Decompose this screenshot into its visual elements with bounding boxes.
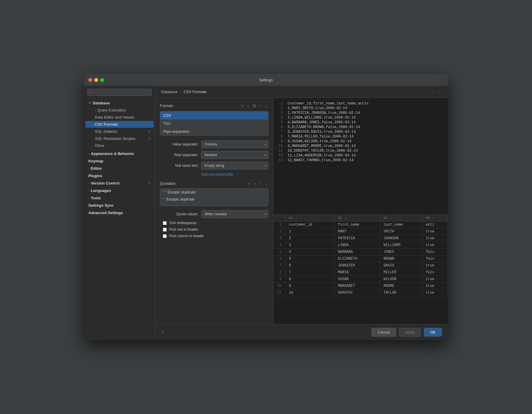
settings-window: Settings ⌕ ▼ Database › Query Execution	[84, 74, 448, 340]
sidebar-item-other[interactable]: Other	[85, 142, 154, 149]
remove-quotation-icon[interactable]: −	[252, 181, 257, 187]
sort-arrows-icon: ⇅	[433, 217, 434, 220]
quotation-item-dq[interactable]: " " Escape: duplicate	[160, 189, 268, 196]
format-item-pipe[interactable]: Pipe-separated	[160, 127, 268, 135]
sidebar-item-version-control[interactable]: › Version Control ⊟	[85, 180, 154, 187]
forward-arrow[interactable]: →	[438, 89, 442, 94]
maximize-button[interactable]	[100, 78, 104, 82]
table-header-c1[interactable]: C1 ⇅	[285, 215, 334, 221]
add-row-prefix-link[interactable]: Add row prefix/suffix	[201, 172, 268, 177]
sidebar-item-keymap[interactable]: Keymap	[85, 158, 154, 164]
apply-button[interactable]: Apply	[399, 328, 421, 337]
sidebar-item-database[interactable]: ▼ Database	[85, 100, 154, 106]
line-content: 7,MARIA,MILLER,false,2006-02-14	[288, 135, 353, 139]
minimize-button[interactable]	[94, 78, 98, 82]
first-col-header-label: First column is header	[169, 234, 204, 238]
line-number: 11	[277, 149, 283, 153]
database-arrow: ▼	[88, 101, 91, 105]
close-button[interactable]	[88, 78, 92, 82]
add-format-icon[interactable]: +	[240, 103, 245, 109]
value-separator-select[interactable]: Comma Tab Semicolon Space Other	[201, 140, 268, 148]
sidebar-item-query-execution[interactable]: › Query Execution	[85, 107, 154, 114]
sidebar-item-languages[interactable]: › Languages	[85, 187, 154, 194]
line-number: 8	[277, 135, 283, 139]
table-row-num: 7	[273, 262, 285, 269]
right-panel: Database › CSV Formats ← → Formats:	[155, 86, 448, 340]
search-input[interactable]	[87, 89, 152, 96]
table-header-c2[interactable]: C2 ⇅	[334, 215, 380, 221]
table-row-num: 5	[273, 249, 285, 255]
table-row: 1customer_idfirst_namelast_nameacti	[273, 221, 448, 228]
table-row: 1110DOROTHYTAYLORtrue	[273, 290, 448, 296]
table-row-num: 11	[273, 290, 285, 296]
help-icon[interactable]: ?	[161, 330, 164, 335]
sidebar-item-settings-sync[interactable]: Settings Sync	[85, 202, 154, 209]
move-up-quotation-icon[interactable]: ↑	[258, 181, 263, 187]
remove-format-icon[interactable]: −	[246, 103, 251, 109]
vc-label: Version Control	[91, 181, 119, 185]
copy-format-icon[interactable]: ⧉	[252, 103, 257, 109]
sidebar-item-data-editor[interactable]: Data Editor and Viewer	[85, 114, 154, 121]
trim-whitespaces-checkbox[interactable]	[163, 221, 167, 225]
first-row-header-checkbox[interactable]	[163, 228, 167, 232]
row-sep-label: Row separator:	[160, 153, 198, 157]
table-row: 98SUSANWILSONtrue	[273, 276, 448, 283]
quotation-header: Quotation: + − ↑ ↓	[160, 181, 268, 187]
table-cell-c4: acti	[422, 221, 447, 228]
search-icon: ⌕	[89, 90, 91, 94]
move-up-icon[interactable]: ↑	[258, 103, 263, 109]
line-content: 5,ELIZABETH,BROWN,false,2006-02-14	[288, 125, 360, 129]
quote-values-select[interactable]: When needed Always Never	[201, 210, 268, 218]
sort-arrows-icon: ⇅	[391, 217, 392, 220]
ok-button[interactable]: OK	[424, 328, 442, 337]
line-number: 2	[277, 106, 283, 110]
move-down-icon[interactable]: ↓	[264, 103, 268, 109]
table-row-num: 9	[273, 276, 285, 283]
value-separator-row: Value separator: Comma Tab Semicolon Spa…	[160, 140, 268, 148]
line-content: 10,DOROTHY,TAYLOR,true,2006-02-14	[288, 149, 358, 153]
sidebar-item-plugins[interactable]: Plugins	[85, 172, 154, 179]
table-cell-c2: SUSAN	[334, 276, 380, 283]
table-row-num: 6	[273, 255, 285, 262]
cancel-button[interactable]: Cancel	[372, 328, 396, 337]
sidebar: ⌕ ▼ Database › Query Execution Data Edit…	[84, 86, 155, 340]
add-quotation-icon[interactable]: +	[246, 181, 251, 187]
sd-icon: ⊟	[148, 130, 151, 133]
tools-arrow: ›	[88, 196, 89, 200]
table-cell-c3: WILLIAMS	[380, 242, 422, 249]
sidebar-item-editor[interactable]: › Editor	[85, 165, 154, 172]
table-cell-c3: DAVIS	[380, 262, 422, 269]
table-cell-c3: MOORE	[380, 283, 422, 290]
sidebar-item-appearance[interactable]: › Appearance & Behavior	[85, 150, 154, 157]
keymap-label: Keymap	[88, 159, 103, 163]
appearance-label: Appearance & Behavior	[91, 151, 134, 156]
preview-panel: 1customer_id,first_name,last_name,activ2…	[273, 98, 448, 324]
row-separator-select[interactable]: Newline CRLF LF	[201, 151, 268, 159]
table-header-c3[interactable]: C3 ⇅	[380, 215, 422, 221]
sidebar-item-advanced-settings[interactable]: Advanced Settings	[85, 209, 154, 216]
back-arrow[interactable]: ←	[431, 89, 435, 94]
breadcrumb: Database › CSV Formats	[161, 90, 207, 94]
table-cell-c2: MARIA	[334, 269, 380, 276]
table-cell-c1: 2	[285, 235, 334, 242]
move-down-quotation-icon[interactable]: ↓	[264, 181, 268, 187]
table-cell-c1: 8	[285, 276, 334, 283]
sidebar-item-tools[interactable]: › Tools	[85, 195, 154, 201]
footer-buttons: Cancel Apply OK	[372, 328, 442, 337]
sidebar-item-sql-resolution[interactable]: SQL Resolution Scopes ⊟	[85, 135, 154, 142]
format-item-tsv[interactable]: TSV	[160, 119, 268, 127]
first-col-header-checkbox[interactable]	[163, 234, 167, 238]
sidebar-item-sql-dialects[interactable]: SQL Dialects ⊟	[85, 128, 154, 135]
line-number: 3	[277, 111, 283, 115]
table-header-c4[interactable]: C4 ⇅	[422, 215, 447, 221]
first-row-header-label: First row is header	[169, 227, 198, 232]
sidebar-item-csv-formats[interactable]: CSV Formats	[85, 121, 154, 128]
null-value-select[interactable]: Empty string NULL \N	[201, 162, 268, 169]
line-number: 5	[277, 120, 283, 124]
format-item-csv[interactable]: CSV	[160, 111, 268, 119]
quotation-item-sq[interactable]: ' ' Escape: duplicate	[160, 196, 268, 203]
lang-arrow: ›	[88, 189, 89, 192]
table-cell-c4: true	[422, 235, 447, 242]
line-number: 10	[277, 144, 283, 148]
table-cell-c3: BROWN	[380, 255, 422, 262]
